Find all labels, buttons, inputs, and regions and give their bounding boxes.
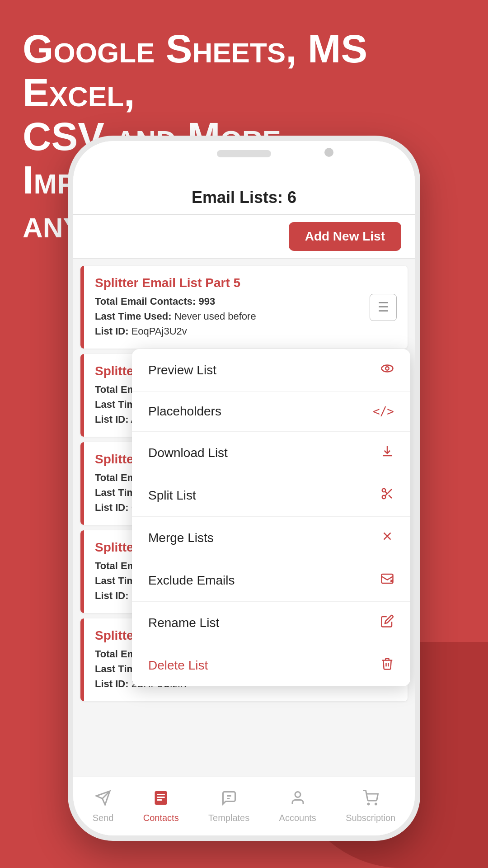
list-item-content: Splitter Email List Part 5 Total Email C…	[95, 276, 370, 339]
nav-label-send: Send	[93, 813, 114, 823]
list-item-last-used: Last Time Used: Never used before	[95, 309, 370, 324]
svg-point-16	[368, 803, 369, 805]
nav-item-subscription[interactable]: Subscription	[338, 785, 403, 828]
context-menu-download-label: Download List	[148, 446, 228, 460]
bottom-navigation: Send Contacts	[73, 777, 415, 835]
nav-label-accounts: Accounts	[279, 813, 316, 823]
phone-mockup: Email Lists: 6 Add New List Splitter Ema…	[68, 136, 420, 841]
screen-title: Email Lists: 6	[73, 188, 415, 207]
context-menu-exclude-emails[interactable]: Exclude Emails	[132, 559, 410, 602]
context-menu-merge-label: Merge Lists	[148, 531, 214, 545]
context-menu-merge-lists[interactable]: Merge Lists	[132, 517, 410, 559]
svg-rect-11	[157, 797, 165, 798]
scissors-icon	[380, 487, 394, 504]
context-menu-preview-list[interactable]: Preview List	[132, 349, 410, 392]
rename-icon	[380, 614, 394, 631]
context-menu-split-label: Split List	[148, 488, 196, 503]
context-menu-delete-list[interactable]: Delete List	[132, 644, 410, 686]
list-item-menu-button[interactable]: ☰	[370, 294, 397, 321]
download-icon	[380, 444, 394, 461]
menu-icon: ☰	[378, 300, 389, 315]
svg-point-15	[295, 792, 300, 797]
list-item-name: Splitter Email List Part 5	[95, 276, 370, 290]
svg-rect-12	[157, 799, 162, 801]
accounts-icon	[290, 790, 306, 810]
svg-point-2	[382, 489, 386, 492]
phone-camera	[324, 148, 333, 157]
context-menu-split-list[interactable]: Split List	[132, 474, 410, 517]
context-menu-delete-label: Delete List	[148, 658, 208, 673]
list-item-id: List ID: EoqPAj3U2v	[95, 324, 370, 339]
svg-point-3	[382, 495, 386, 499]
app-screen: Email Lists: 6 Add New List Splitter Ema…	[73, 177, 415, 835]
phone-speaker	[217, 150, 271, 157]
svg-point-1	[385, 367, 389, 370]
delete-icon	[380, 657, 394, 674]
nav-item-templates[interactable]: Templates	[201, 785, 257, 828]
svg-rect-10	[157, 794, 165, 795]
templates-icon	[221, 790, 237, 810]
context-menu-rename-label: Rename List	[148, 616, 219, 630]
phone-status-bar	[73, 141, 415, 177]
placeholders-icon: </>	[373, 405, 394, 418]
context-menu: Preview List Placeholders </>	[132, 349, 410, 686]
nav-item-contacts[interactable]: Contacts	[136, 785, 186, 828]
context-menu-preview-label: Preview List	[148, 363, 216, 377]
context-menu-download-list[interactable]: Download List	[132, 432, 410, 474]
list-item: Splitter Email List Part 5 Total Email C…	[80, 266, 408, 349]
add-new-list-button[interactable]: Add New List	[289, 222, 401, 251]
exclude-email-icon	[380, 572, 394, 589]
contacts-icon	[153, 790, 169, 810]
preview-icon	[380, 362, 394, 378]
context-menu-placeholders[interactable]: Placeholders </>	[132, 392, 410, 432]
svg-point-17	[375, 803, 377, 805]
nav-item-send[interactable]: Send	[85, 785, 121, 828]
context-menu-exclude-label: Exclude Emails	[148, 573, 235, 588]
nav-item-accounts[interactable]: Accounts	[272, 785, 324, 828]
nav-label-contacts: Contacts	[143, 813, 179, 823]
screen-header: Email Lists: 6	[73, 177, 415, 215]
context-menu-placeholders-label: Placeholders	[148, 404, 221, 419]
merge-icon	[380, 529, 394, 546]
screen-toolbar: Add New List	[73, 215, 415, 259]
list-item-contacts: Total Email Contacts: 993	[95, 294, 370, 309]
nav-label-subscription: Subscription	[346, 813, 395, 823]
subscription-icon	[362, 790, 379, 810]
nav-label-templates: Templates	[208, 813, 249, 823]
context-menu-rename-list[interactable]: Rename List	[132, 602, 410, 644]
svg-point-0	[382, 365, 393, 372]
email-list-container: Splitter Email List Part 5 Total Email C…	[73, 259, 415, 835]
send-icon	[95, 790, 111, 810]
